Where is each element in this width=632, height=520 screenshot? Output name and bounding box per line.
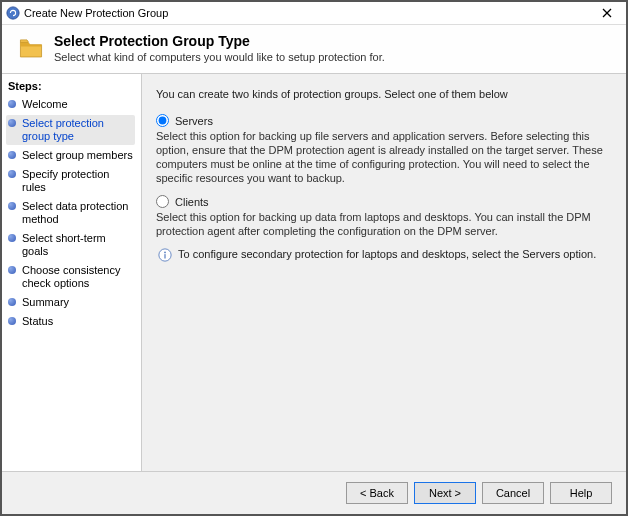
sidebar-item-select-data-protection-method[interactable]: Select data protection method: [6, 198, 135, 228]
sidebar-item-welcome[interactable]: Welcome: [6, 96, 135, 113]
bullet-icon: [8, 317, 16, 325]
folder-icon: [18, 35, 44, 61]
wizard-window: Create New Protection Group Select Prote…: [0, 0, 628, 516]
sidebar-item-label: Select data protection method: [22, 200, 135, 226]
svg-point-0: [7, 7, 19, 19]
wizard-main: You can create two kinds of protection g…: [142, 74, 626, 471]
sidebar-item-label: Select group members: [22, 149, 135, 162]
sidebar-item-status[interactable]: Status: [6, 313, 135, 330]
sidebar-item-label: Choose consistency check options: [22, 264, 135, 290]
sidebar-item-select-group-members[interactable]: Select group members: [6, 147, 135, 164]
wizard-footer: < Back Next > Cancel Help: [2, 471, 626, 514]
sidebar-item-select-protection-group-type[interactable]: Select protection group type: [6, 115, 135, 145]
radio-row-clients[interactable]: Clients: [156, 195, 612, 208]
option-description: Select this option for backing up file s…: [156, 129, 612, 185]
sidebar-item-label: Select short-term goals: [22, 232, 135, 258]
sidebar-item-label: Summary: [22, 296, 135, 309]
option-clients: ClientsSelect this option for backing up…: [156, 195, 612, 238]
close-button[interactable]: [592, 3, 622, 23]
sidebar-item-specify-protection-rules[interactable]: Specify protection rules: [6, 166, 135, 196]
sidebar-item-label: Specify protection rules: [22, 168, 135, 194]
info-row: To configure secondary protection for la…: [156, 248, 612, 262]
bullet-icon: [8, 119, 16, 127]
page-subtitle: Select what kind of computers you would …: [54, 51, 616, 63]
bullet-icon: [8, 266, 16, 274]
bullet-icon: [8, 100, 16, 108]
option-label: Servers: [175, 115, 213, 127]
next-button[interactable]: Next >: [414, 482, 476, 504]
close-icon: [602, 8, 612, 18]
sidebar-item-choose-consistency-check-options[interactable]: Choose consistency check options: [6, 262, 135, 292]
bullet-icon: [8, 202, 16, 210]
sidebar-item-label: Select protection group type: [22, 117, 135, 143]
steps-sidebar: Steps: WelcomeSelect protection group ty…: [2, 74, 142, 471]
svg-point-4: [164, 252, 166, 254]
option-servers: ServersSelect this option for backing up…: [156, 114, 612, 185]
info-icon: [158, 248, 172, 262]
help-button[interactable]: Help: [550, 482, 612, 504]
info-text: To configure secondary protection for la…: [178, 248, 596, 260]
intro-text: You can create two kinds of protection g…: [156, 84, 612, 114]
svg-rect-5: [164, 254, 165, 258]
app-icon: [6, 6, 20, 20]
sidebar-item-summary[interactable]: Summary: [6, 294, 135, 311]
wizard-body: Steps: WelcomeSelect protection group ty…: [2, 74, 626, 471]
wizard-header: Select Protection Group Type Select what…: [2, 25, 626, 74]
radio-clients[interactable]: [156, 195, 169, 208]
bullet-icon: [8, 151, 16, 159]
sidebar-item-label: Welcome: [22, 98, 135, 111]
bullet-icon: [8, 170, 16, 178]
back-button[interactable]: < Back: [346, 482, 408, 504]
radio-servers[interactable]: [156, 114, 169, 127]
titlebar: Create New Protection Group: [2, 2, 626, 25]
sidebar-item-label: Status: [22, 315, 135, 328]
option-label: Clients: [175, 196, 209, 208]
steps-title: Steps:: [6, 78, 135, 96]
option-description: Select this option for backing up data f…: [156, 210, 612, 238]
bullet-icon: [8, 234, 16, 242]
bullet-icon: [8, 298, 16, 306]
cancel-button[interactable]: Cancel: [482, 482, 544, 504]
page-title: Select Protection Group Type: [54, 33, 616, 51]
window-title: Create New Protection Group: [24, 7, 592, 19]
radio-row-servers[interactable]: Servers: [156, 114, 612, 127]
sidebar-item-select-short-term-goals[interactable]: Select short-term goals: [6, 230, 135, 260]
